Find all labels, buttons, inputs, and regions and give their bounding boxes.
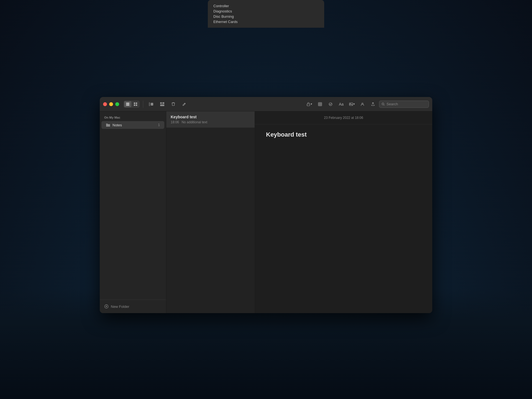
toolbar-right: ▾ Aa [305, 100, 429, 108]
share-button[interactable] [369, 100, 377, 108]
svg-rect-0 [126, 103, 129, 103]
compose-button[interactable] [180, 100, 189, 108]
minimize-button[interactable] [109, 102, 113, 106]
new-folder-button[interactable]: New Folder [104, 303, 129, 310]
svg-rect-6 [136, 104, 137, 106]
toolbar-separator-1 [143, 101, 143, 108]
view-toggle [124, 101, 140, 108]
note-gallery-button[interactable] [158, 100, 167, 108]
note-content-title: Keyboard test [266, 131, 421, 138]
note-content[interactable]: Keyboard test [255, 124, 432, 313]
traffic-lights [103, 102, 119, 106]
search-icon [382, 103, 385, 106]
notes-list: Keyboard test 18:06 No additional text [166, 111, 255, 313]
new-folder-icon [104, 304, 109, 309]
svg-rect-9 [160, 102, 162, 104]
note-list-item[interactable]: Keyboard test 18:06 No additional text [166, 111, 255, 128]
content-area: On My Mac Notes 1 New Fold [100, 111, 432, 313]
svg-rect-12 [307, 104, 310, 106]
menu-item-controller[interactable]: Controller [213, 3, 319, 9]
checklist-button[interactable] [326, 100, 335, 108]
grid-view-button[interactable] [132, 101, 139, 107]
titlebar: ▾ Aa [100, 97, 432, 111]
lock-button[interactable]: ▾ [305, 100, 314, 108]
note-list-meta: 18:06 No additional text [171, 120, 250, 124]
note-list-time: 18:06 [171, 120, 179, 124]
svg-rect-5 [134, 104, 135, 106]
notes-folder-icon [106, 123, 110, 127]
sys-info-menu: Controller Diagnostics Disc Burning Ethe… [208, 2, 324, 25]
svg-rect-7 [149, 102, 150, 106]
list-view-button[interactable] [124, 101, 131, 107]
note-editor: 23 February 2022 at 18:06 Keyboard test [255, 111, 432, 313]
svg-point-22 [382, 103, 384, 105]
svg-rect-1 [126, 104, 129, 104]
sidebar-item-notes[interactable]: Notes 1 [101, 121, 164, 129]
new-folder-label: New Folder [111, 305, 129, 309]
sidebar-item-count: 1 [158, 123, 160, 127]
sidebar-toggle-button[interactable] [147, 100, 155, 108]
notes-window: ▾ Aa [100, 97, 432, 313]
svg-rect-11 [160, 104, 164, 106]
menu-item-diagnostics[interactable]: Diagnostics [213, 9, 319, 14]
search-placeholder: Search [387, 102, 398, 106]
menu-item-ethernet[interactable]: Ethernet Cards [213, 19, 319, 24]
search-box[interactable]: Search [379, 101, 429, 108]
note-list-title: Keyboard test [171, 115, 250, 119]
collab-button[interactable] [358, 100, 367, 108]
sidebar-item-name: Notes [112, 123, 122, 127]
svg-rect-8 [151, 103, 153, 106]
svg-rect-2 [126, 105, 129, 106]
svg-rect-3 [134, 103, 135, 104]
menu-item-disc-burning[interactable]: Disc Burning [213, 14, 319, 19]
sidebar-section-label: On My Mac [100, 111, 166, 121]
svg-rect-10 [162, 102, 164, 104]
sidebar-item-left: Notes [106, 123, 122, 127]
svg-point-18 [329, 103, 332, 106]
table-button[interactable] [316, 100, 324, 108]
close-button[interactable] [103, 102, 107, 106]
media-button[interactable]: ▾ [347, 100, 356, 108]
svg-point-20 [350, 103, 351, 104]
svg-rect-13 [318, 103, 322, 106]
sidebar-bottom: New Folder [100, 300, 166, 313]
svg-rect-4 [136, 103, 137, 104]
sys-info-window: Controller Diagnostics Disc Burning Ethe… [208, 0, 324, 28]
format-button[interactable]: Aa [337, 100, 346, 108]
maximize-button[interactable] [115, 102, 119, 106]
note-list-preview: No additional text [181, 120, 207, 124]
note-date: 23 February 2022 at 18:06 [255, 111, 432, 124]
sidebar: On My Mac Notes 1 New Fold [100, 111, 166, 313]
delete-button[interactable] [169, 100, 178, 108]
